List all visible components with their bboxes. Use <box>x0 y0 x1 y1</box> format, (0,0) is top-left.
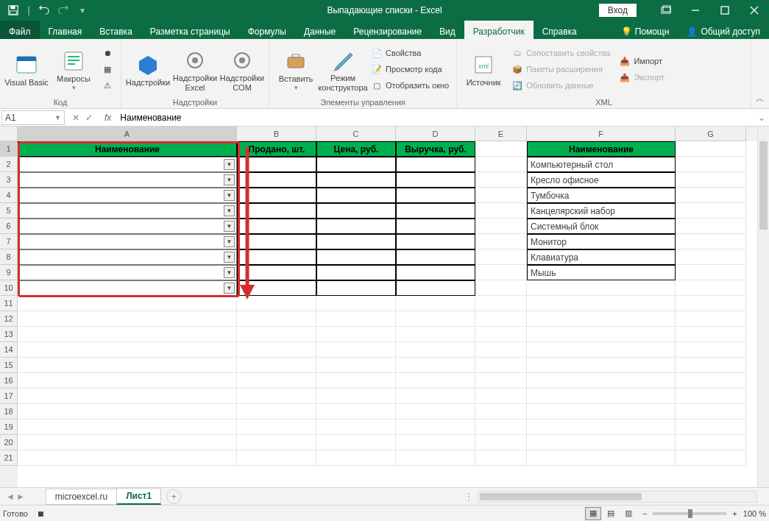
row-header[interactable]: 1 <box>0 141 18 157</box>
ribbon-options-button[interactable] <box>651 0 681 21</box>
refresh-data-button[interactable]: 🔄Обновить данные <box>508 78 613 93</box>
tab-help[interactable]: Справка <box>534 21 586 39</box>
row-header[interactable]: 9 <box>0 265 18 280</box>
column-header[interactable]: B <box>237 127 316 141</box>
undo-button[interactable] <box>35 1 53 19</box>
cell[interactable] <box>396 435 475 450</box>
visual-basic-button[interactable]: Visual Basic <box>4 42 49 96</box>
cell[interactable] <box>237 219 316 234</box>
zoom-in-button[interactable]: + <box>732 509 737 518</box>
cell[interactable] <box>396 373 475 389</box>
cell[interactable] <box>316 234 396 249</box>
tab-view[interactable]: Вид <box>430 21 464 39</box>
share-button[interactable]: 👤Общий доступ <box>678 21 769 39</box>
cell[interactable] <box>316 327 396 342</box>
fx-icon[interactable]: fx <box>100 113 116 123</box>
cell[interactable]: ▼ <box>18 203 237 219</box>
row-header[interactable]: 15 <box>0 358 18 373</box>
cell[interactable] <box>396 342 475 358</box>
cell[interactable] <box>475 358 527 373</box>
cell[interactable] <box>18 404 237 419</box>
sheet-tab-active[interactable]: Лист1 <box>116 488 161 505</box>
cell[interactable] <box>527 435 676 450</box>
cell[interactable] <box>18 311 237 327</box>
cell[interactable] <box>237 342 316 358</box>
cell[interactable] <box>396 327 475 342</box>
macros-button[interactable]: Макросы▾ <box>52 42 96 96</box>
cell[interactable] <box>676 188 746 203</box>
row-header[interactable]: 21 <box>0 450 18 466</box>
cells-area[interactable]: НаименованиеПродано, шт.Цена, руб.Выручк… <box>18 141 769 466</box>
cell[interactable] <box>237 311 316 327</box>
zoom-level[interactable]: 100 % <box>743 509 766 518</box>
cell[interactable] <box>676 234 746 249</box>
cell[interactable] <box>676 157 746 172</box>
cell[interactable] <box>18 358 237 373</box>
save-button[interactable] <box>4 1 22 19</box>
tab-formulas[interactable]: Формулы <box>239 21 295 39</box>
cell[interactable] <box>237 234 316 249</box>
dropdown-button[interactable]: ▼ <box>224 267 235 278</box>
confirm-formula-button[interactable]: ✓ <box>85 113 93 123</box>
cell[interactable] <box>316 265 396 280</box>
cell[interactable] <box>676 404 746 419</box>
tab-insert[interactable]: Вставка <box>91 21 141 39</box>
cell[interactable] <box>475 419 527 435</box>
cell[interactable] <box>18 450 237 466</box>
cell[interactable] <box>527 373 676 389</box>
cell[interactable] <box>396 419 475 435</box>
dropdown-button[interactable]: ▼ <box>224 205 235 216</box>
cell[interactable] <box>18 373 237 389</box>
sheet-next-button[interactable]: ► <box>16 492 25 502</box>
cell[interactable] <box>396 311 475 327</box>
tab-data[interactable]: Данные <box>295 21 344 39</box>
cell[interactable]: ▼ <box>18 157 237 172</box>
cell[interactable] <box>316 172 396 188</box>
expand-formula-bar[interactable]: ⌄ <box>754 113 769 123</box>
xml-import-button[interactable]: 📥Импорт <box>616 54 667 68</box>
cell[interactable] <box>316 249 396 265</box>
cell[interactable]: Продано, шт. <box>237 141 316 157</box>
cell[interactable] <box>316 389 396 404</box>
column-header[interactable]: C <box>316 127 396 141</box>
tab-review[interactable]: Рецензирование <box>344 21 430 39</box>
cell[interactable] <box>475 157 527 172</box>
cell[interactable] <box>475 219 527 234</box>
cell[interactable] <box>316 203 396 219</box>
cell[interactable] <box>676 249 746 265</box>
cell[interactable] <box>316 280 396 296</box>
row-header[interactable]: 5 <box>0 203 18 219</box>
cell[interactable] <box>475 188 527 203</box>
row-header[interactable]: 12 <box>0 311 18 327</box>
cell[interactable] <box>316 404 396 419</box>
tab-page-layout[interactable]: Разметка страницы <box>141 21 239 39</box>
properties-button[interactable]: 📄Свойства <box>368 46 452 60</box>
map-properties-button[interactable]: 🗂Сопоставить свойства <box>508 46 613 60</box>
column-header[interactable]: A <box>18 127 237 141</box>
sign-in-button[interactable]: Вход <box>599 4 637 17</box>
cancel-formula-button[interactable]: ✕ <box>72 113 79 123</box>
cell[interactable] <box>676 265 746 280</box>
cell[interactable] <box>237 389 316 404</box>
cell[interactable] <box>676 450 746 466</box>
cell[interactable] <box>475 373 527 389</box>
macro-record-status-icon[interactable]: ⏹ <box>37 509 45 518</box>
cell[interactable]: Мышь <box>527 265 676 280</box>
row-header[interactable]: 19 <box>0 419 18 435</box>
cell[interactable] <box>527 342 676 358</box>
column-header[interactable]: F <box>527 127 676 141</box>
addins-button[interactable]: Надстройки <box>126 42 170 96</box>
column-header[interactable]: D <box>396 127 475 141</box>
cell[interactable] <box>316 373 396 389</box>
dropdown-button[interactable]: ▼ <box>224 159 235 170</box>
cell[interactable] <box>527 450 676 466</box>
cell[interactable]: Системный блок <box>527 219 676 234</box>
maximize-button[interactable] <box>710 0 740 21</box>
view-page-layout-button[interactable]: ▤ <box>603 507 619 520</box>
row-header[interactable]: 2 <box>0 157 18 172</box>
row-header[interactable]: 11 <box>0 296 18 311</box>
cell[interactable] <box>237 358 316 373</box>
row-header[interactable]: 16 <box>0 373 18 389</box>
cell[interactable] <box>527 404 676 419</box>
cell[interactable] <box>475 296 527 311</box>
